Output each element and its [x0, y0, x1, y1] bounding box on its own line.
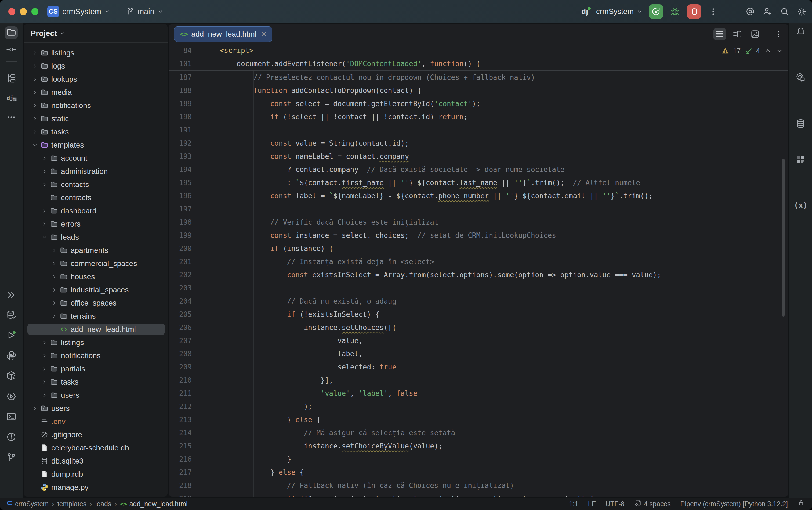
ai-assistant-button[interactable]	[745, 6, 756, 17]
commit-button[interactable]	[5, 44, 18, 56]
chevron-right-icon[interactable]	[40, 182, 50, 187]
settings-button[interactable]	[796, 6, 807, 17]
chevron-right-icon[interactable]	[30, 90, 40, 95]
chevron-right-icon[interactable]	[50, 261, 59, 266]
tree-item-tasks[interactable]: tasks	[24, 375, 168, 389]
tree-item-terrains[interactable]: terrains	[24, 310, 168, 323]
chevron-right-icon[interactable]	[50, 287, 59, 293]
tree-item-listings[interactable]: listings	[24, 46, 168, 59]
tree-item-add-new-lead-html[interactable]: add_new_lead.html	[24, 323, 168, 336]
double-chevron-right-button[interactable]	[5, 289, 18, 302]
chevron-right-icon[interactable]	[40, 208, 50, 214]
chevron-right-icon[interactable]	[30, 406, 40, 411]
chevron-right-icon[interactable]	[50, 301, 59, 306]
minimize-window-button[interactable]	[20, 8, 27, 15]
more-run-actions-button[interactable]	[708, 6, 719, 17]
tree-item-errors[interactable]: errors	[24, 217, 168, 231]
tree-item-logs[interactable]: logs	[24, 59, 168, 73]
tree-item-listings[interactable]: listings	[24, 336, 168, 349]
tree-item-db-sqlite3[interactable]: db.sqlite3	[24, 454, 168, 468]
tree-item-commercial-spaces[interactable]: commercial_spaces	[24, 257, 168, 270]
zoom-window-button[interactable]	[31, 8, 38, 15]
chevron-down-icon[interactable]	[30, 142, 40, 148]
tree-item--gitignore[interactable]: .gitignore	[24, 428, 168, 441]
tree-item-celerybeat-schedule-db[interactable]: celerybeat-schedule.db	[24, 441, 168, 454]
run-configuration-selector[interactable]: crmSystem	[596, 7, 642, 16]
tab-add-new-lead[interactable]: <> add_new_lead.html ✕	[174, 26, 272, 42]
tree-item-dashboard[interactable]: dashboard	[24, 204, 168, 217]
close-window-button[interactable]	[8, 8, 15, 15]
interpreter-widget[interactable]: Pipenv (crmSystem) [Python 3.12.2]	[681, 500, 788, 508]
chevron-right-icon[interactable]	[30, 63, 40, 69]
tree-item-templates[interactable]: templates	[24, 138, 168, 151]
tree-item-Pipfile[interactable]: Pipfile	[24, 494, 168, 497]
tree-item-apartments[interactable]: apartments	[24, 244, 168, 257]
preview-button[interactable]	[749, 28, 761, 40]
tree-item-dump-rdb[interactable]: dump.rdb	[24, 468, 168, 481]
tree-item-notifications[interactable]: notifications	[24, 99, 168, 112]
run-button[interactable]	[5, 330, 18, 342]
structure-button[interactable]	[5, 73, 18, 85]
tree-item-industrial-spaces[interactable]: industrial_spaces	[24, 283, 168, 296]
chevron-right-icon[interactable]	[30, 103, 40, 108]
django-structure-button[interactable]: dj	[5, 92, 18, 105]
tree-item-partials[interactable]: partials	[24, 362, 168, 375]
database-check-button[interactable]	[5, 309, 18, 322]
project-panel-header[interactable]: Project	[24, 24, 168, 43]
tree-item-contacts[interactable]: contacts	[24, 178, 168, 191]
tree-item-static[interactable]: static	[24, 112, 168, 125]
chevron-right-icon[interactable]	[50, 248, 59, 253]
tree-item--env[interactable]: .env	[24, 415, 168, 428]
ai-assistant-button[interactable]	[794, 72, 807, 84]
chevron-down-icon[interactable]	[40, 234, 50, 240]
breadcrumb-item[interactable]: <>add_new_lead.html	[120, 500, 187, 508]
line-ending-widget[interactable]: LF	[588, 500, 596, 508]
tree-item-leads[interactable]: leads	[24, 231, 168, 244]
tree-item-administration[interactable]: administration	[24, 165, 168, 178]
close-tab-icon[interactable]: ✕	[261, 30, 267, 38]
indent-widget[interactable]: 4 spaces	[634, 499, 671, 508]
python-button[interactable]	[5, 350, 18, 363]
more-editor-actions-button[interactable]	[772, 28, 785, 40]
plugin-pinwheel-button[interactable]	[794, 154, 807, 167]
terminal-button[interactable]	[5, 410, 18, 423]
text-view-button[interactable]	[714, 28, 726, 40]
tree-item-houses[interactable]: houses	[24, 270, 168, 283]
chevron-right-icon[interactable]	[40, 393, 50, 398]
project-widget[interactable]: CS crmSystem	[47, 0, 110, 23]
code-editor[interactable]: 84 <script>101 document.addEventListener…	[169, 44, 788, 497]
tree-item-notifications[interactable]: notifications	[24, 349, 168, 362]
tree-item-contracts[interactable]: contracts	[24, 191, 168, 204]
tree-item-users[interactable]: users	[24, 402, 168, 415]
vcs-widget[interactable]: main	[126, 0, 163, 23]
caret-position-widget[interactable]: 1:1	[569, 500, 578, 508]
chevron-right-icon[interactable]	[40, 353, 50, 359]
tree-item-users[interactable]: users	[24, 389, 168, 402]
chevron-right-icon[interactable]	[40, 379, 50, 385]
breadcrumb-item[interactable]: crmSystem	[6, 500, 49, 508]
chevron-right-icon[interactable]	[40, 169, 50, 174]
chevron-right-icon[interactable]	[40, 155, 50, 161]
stop-button[interactable]	[687, 4, 701, 19]
notifications-bell-button[interactable]	[794, 26, 807, 39]
tree-item-lookups[interactable]: lookups	[24, 73, 168, 86]
inspections-widget[interactable]: 17 4	[721, 47, 784, 55]
breadcrumb-item[interactable]: leads	[95, 500, 112, 508]
chevron-right-icon[interactable]	[30, 77, 40, 82]
search-everywhere-button[interactable]	[779, 6, 790, 17]
more-horizontal-button[interactable]	[5, 111, 18, 124]
editor-scrollbar[interactable]	[782, 159, 785, 316]
chevron-right-icon[interactable]	[40, 340, 50, 345]
chevron-right-icon[interactable]	[50, 314, 59, 319]
tree-item-manage-py[interactable]: manage.py	[24, 481, 168, 494]
chevron-right-icon[interactable]	[30, 50, 40, 56]
readonly-toggle-widget[interactable]	[798, 499, 805, 508]
chevron-right-icon[interactable]	[30, 129, 40, 135]
tree-item-account[interactable]: account	[24, 151, 168, 165]
git-branch-button[interactable]	[5, 451, 18, 464]
encoding-widget[interactable]: UTF-8	[605, 500, 625, 508]
tree-item-media[interactable]: media	[24, 86, 168, 99]
tree-item-office-spaces[interactable]: office_spaces	[24, 296, 168, 310]
database-button[interactable]	[794, 118, 807, 131]
breadcrumb-item[interactable]: templates	[57, 500, 87, 508]
